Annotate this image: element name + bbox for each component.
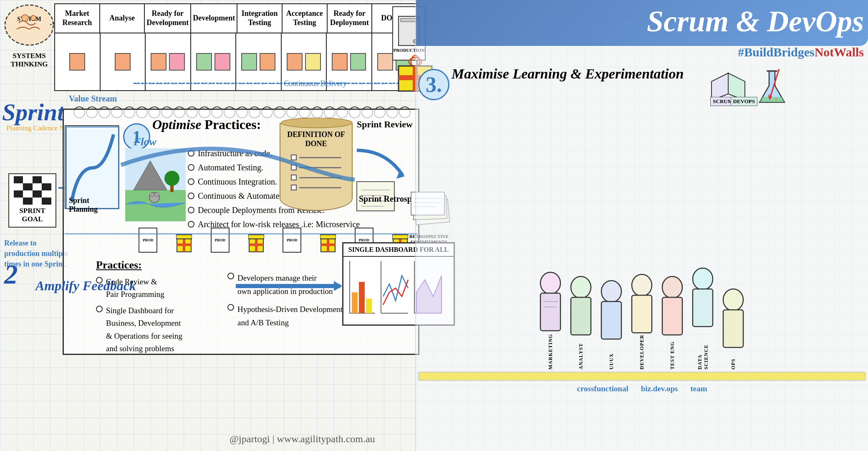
svg-point-23 xyxy=(155,193,159,197)
flow-label: Flow xyxy=(134,136,156,148)
svg-point-3 xyxy=(31,15,36,20)
svg-point-2 xyxy=(22,15,28,21)
value-stream-label: Value Stream xyxy=(69,94,117,104)
kanban-col-acceptance: AcceptanceTesting xyxy=(283,4,328,33)
developer-label: DEVELOPER xyxy=(639,338,645,370)
team-member-test: TEST ENG xyxy=(659,276,686,370)
kanban-col-integration: IntegrationTesting xyxy=(237,4,283,33)
mini-gift-1-icon xyxy=(176,232,192,253)
svg-rect-39 xyxy=(177,243,191,246)
section3-number: 3. xyxy=(418,69,449,100)
svg-marker-53 xyxy=(334,281,342,291)
svg-rect-56 xyxy=(352,292,358,313)
systems-thinking-section: SYSTEM SYSTEMS THINKING xyxy=(2,2,56,81)
test-eng-label: TEST ENG xyxy=(669,340,676,370)
team-member-datasci: DATA SCIENCE xyxy=(689,267,717,370)
svg-rect-58 xyxy=(366,299,372,313)
sprint-title: Sprint xyxy=(2,98,64,126)
team-highlight-bar xyxy=(418,372,866,381)
dod-line-4 xyxy=(291,185,341,190)
mini-prod-2: PROD xyxy=(211,228,230,253)
team-members: MARKETING ANALYST UI/UX xyxy=(418,267,866,370)
sprint-review-label: Sprint Review xyxy=(357,119,413,130)
member-datasci-icon xyxy=(689,267,717,332)
hashtag-build: #BuildBridges xyxy=(738,45,814,59)
team-member-uiux: UI/UX xyxy=(598,280,625,370)
mini-prod-1: PROD xyxy=(139,228,157,253)
crossfunctional-label: crossfunctional xyxy=(577,384,628,393)
svg-point-82 xyxy=(693,268,713,290)
svg-point-70 xyxy=(540,272,560,294)
practice2-right-2: Hypothesis-Driven Developmentand A/B Tes… xyxy=(227,303,343,330)
svg-rect-77 xyxy=(601,302,621,339)
svg-point-76 xyxy=(601,281,621,302)
section3-title: Maximise Learning & Experimentation xyxy=(452,65,684,83)
member-test-icon xyxy=(659,276,686,340)
dod-line-1 xyxy=(291,155,341,160)
kanban-col-ready-dev: Ready forDevelopment xyxy=(145,4,191,33)
svg-rect-48 xyxy=(320,235,336,239)
sprint-goal-box: SPRINT GOAL xyxy=(8,173,56,228)
team-member-developer: DEVELOPER xyxy=(628,274,656,370)
svg-point-20 xyxy=(164,171,179,186)
analyst-label: ANALYST xyxy=(578,340,584,370)
member-analyst-icon xyxy=(568,276,595,340)
kanban-col-development: Development xyxy=(191,4,237,33)
svg-rect-83 xyxy=(693,289,713,327)
svg-point-0 xyxy=(5,5,53,45)
svg-rect-79 xyxy=(632,295,652,333)
devops-book-label: DEVOPS xyxy=(731,97,757,106)
mini-gift-2-icon xyxy=(248,232,264,253)
ops-label: OPS xyxy=(730,353,737,370)
member-uiux-icon xyxy=(598,280,625,345)
sprint-planning-label: SprintPlanning xyxy=(69,196,98,214)
member-developer-icon xyxy=(628,274,656,338)
svg-rect-43 xyxy=(249,243,263,246)
svg-rect-71 xyxy=(540,293,560,331)
kanban-board: MarketResearch Analyse Ready forDevelopm… xyxy=(54,3,417,91)
practice2-item-1: Code Review &Pair Programming xyxy=(96,276,182,301)
section2-practices-label: Practices: xyxy=(96,259,142,271)
flask-icon xyxy=(757,67,787,106)
section2-number: 2 xyxy=(4,259,18,290)
practice2-item-2: Single Dashboard forBusiness, Developmen… xyxy=(96,304,182,355)
uiux-label: UI/UX xyxy=(608,345,615,370)
continuous-delivery-label: Continuous Delivery xyxy=(284,79,347,88)
svg-point-80 xyxy=(662,276,682,298)
footer-social: @jpartogi | www.agilitypath.com.au xyxy=(230,433,375,445)
continuous-delivery-arrow xyxy=(134,83,403,84)
dod-title: DEFINITION OF DONE xyxy=(285,130,348,148)
bar-chart-icon xyxy=(346,259,377,319)
hashtag: #BuildBridgesNotWalls xyxy=(738,45,864,59)
section2-practices-left: Code Review &Pair Programming Single Das… xyxy=(96,276,182,355)
dod-line-2 xyxy=(291,165,341,170)
member-ops-icon xyxy=(720,288,747,353)
scroll-top-icon xyxy=(280,118,353,128)
kanban-col-analyse: Analyse xyxy=(100,4,145,33)
scrum-devops-title: Scrum & DevOps xyxy=(647,4,864,39)
svg-rect-6 xyxy=(401,18,417,22)
landscape-icon xyxy=(125,148,186,221)
optimise-title: Optimise Practices: xyxy=(152,117,261,132)
svg-rect-52 xyxy=(392,235,408,239)
datasci-label: DATA SCIENCE xyxy=(697,332,709,370)
svg-point-22 xyxy=(150,193,154,197)
kanban-body xyxy=(55,33,416,90)
kanban-col-ready-deploy: Ready forDeployment xyxy=(328,4,373,33)
svg-point-74 xyxy=(571,276,591,298)
svg-rect-75 xyxy=(571,297,591,335)
kanban-col-market-research: MarketResearch xyxy=(55,4,100,33)
hashtag-not-walls: NotWalls xyxy=(815,45,864,59)
bizdepops-label: biz.dev.ops xyxy=(641,384,678,393)
dashboard-arrow-icon xyxy=(223,274,346,299)
marketing-label: MARKETING xyxy=(548,336,554,370)
member-marketing-icon xyxy=(537,271,564,336)
dod-line-3 xyxy=(291,175,341,180)
svg-rect-57 xyxy=(359,282,365,313)
team-section: MARKETING ANALYST UI/UX xyxy=(418,267,866,393)
systems-thinking-label: SYSTEMS THINKING xyxy=(2,52,56,69)
line-chart-icon xyxy=(379,259,410,319)
team-member-ops: OPS xyxy=(720,288,747,370)
team-role-labels: crossfunctional biz.dev.ops team xyxy=(418,384,866,393)
svg-point-84 xyxy=(723,289,743,311)
